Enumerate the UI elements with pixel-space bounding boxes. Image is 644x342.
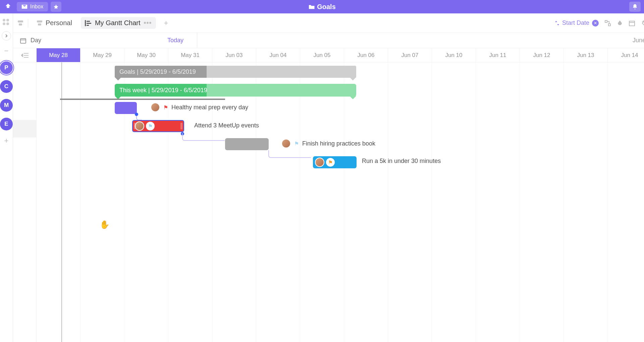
svg-rect-1 xyxy=(87,21,90,22)
inbox-button[interactable]: Inbox xyxy=(17,2,48,11)
add-view-button[interactable]: + xyxy=(161,17,172,29)
left-sidebar: − P C M E + xyxy=(0,13,13,342)
grid-icon xyxy=(3,19,10,25)
view-options-button[interactable]: ••• xyxy=(144,19,152,27)
task-label-4[interactable]: Run a 5k in under 30 minutes xyxy=(362,158,441,165)
dates-row: May 28 May 29 May 30 May 31 Jun 03 Jun 0… xyxy=(13,48,644,62)
resize-handle-left[interactable] xyxy=(134,123,136,129)
expand-sidebar-button[interactable] xyxy=(2,31,11,41)
summary-bar-thisweek[interactable]: This week | 5/29/2019 - 6/5/2019 xyxy=(115,84,356,97)
sort-startdate-label: Start Date xyxy=(562,19,589,26)
today-marker xyxy=(61,62,62,342)
task-text: Run a 5k in under 30 minutes xyxy=(362,158,441,165)
svg-rect-2 xyxy=(87,23,91,24)
summary-label: This week | 5/29/2019 - 6/5/2019 xyxy=(119,87,207,94)
clear-sort-button[interactable]: ✕ xyxy=(592,20,599,26)
svg-rect-3 xyxy=(87,25,89,26)
top-bar: Inbox Goals xyxy=(0,0,644,13)
sort-startdate[interactable]: Start Date ✕ xyxy=(555,19,599,26)
gantt-icon xyxy=(85,20,92,26)
dependency-line xyxy=(181,131,231,145)
dependency-handle[interactable] xyxy=(135,113,138,116)
flag-badge: ⚑ xyxy=(326,158,335,167)
month-label: June xyxy=(633,37,644,44)
svg-rect-7 xyxy=(20,39,26,43)
date-col[interactable]: Jun 04 xyxy=(256,48,300,62)
timescale-bar: Day Today June xyxy=(13,33,644,48)
date-col[interactable]: Jun 12 xyxy=(520,48,564,62)
date-col[interactable]: Jun 13 xyxy=(564,48,608,62)
page-title-text: Goals xyxy=(317,3,336,11)
calendar-button[interactable] xyxy=(629,20,635,26)
space-c[interactable]: C xyxy=(0,80,13,93)
task-label-2[interactable]: Attend 3 MeetUp events xyxy=(194,122,259,129)
date-col[interactable]: Jun 10 xyxy=(432,48,476,62)
space-p[interactable]: P xyxy=(0,61,13,74)
task-text: Attend 3 MeetUp events xyxy=(194,122,259,129)
view-personal[interactable]: Personal xyxy=(33,17,76,29)
view-personal-label: Personal xyxy=(46,19,72,27)
inbox-label: Inbox xyxy=(30,4,43,10)
avatar xyxy=(315,158,324,167)
date-col[interactable]: Jun 14 xyxy=(608,48,644,62)
date-col[interactable]: Jun 06 xyxy=(344,48,388,62)
view-gantt-label: My Gantt Chart xyxy=(95,19,141,27)
avatar xyxy=(151,103,160,112)
date-col[interactable]: May 29 xyxy=(80,48,124,62)
task-label-1[interactable]: ⚑ Healthy meal prep every day xyxy=(151,103,248,112)
task-label-3[interactable]: ⚑ Finish hiring practices book xyxy=(281,139,375,148)
summary-bar-goals[interactable]: Goals | 5/29/2019 - 6/5/2019 xyxy=(115,66,356,78)
list-icon xyxy=(37,20,42,25)
svg-rect-6 xyxy=(629,21,635,26)
row-highlight xyxy=(13,120,36,137)
chevron-right-icon xyxy=(5,34,8,38)
svg-rect-4 xyxy=(605,20,607,22)
resize-handle-right[interactable] xyxy=(180,123,182,129)
star-icon xyxy=(53,4,59,9)
divider xyxy=(28,19,28,27)
dependency-line xyxy=(268,150,318,163)
task-bar-3[interactable] xyxy=(225,138,269,150)
space-m[interactable]: M xyxy=(0,99,13,112)
date-col[interactable]: May 30 xyxy=(124,48,168,62)
collapse-button[interactable]: − xyxy=(4,47,9,55)
svg-rect-0 xyxy=(85,20,86,26)
favorites-button[interactable] xyxy=(51,2,61,12)
notifications-button[interactable] xyxy=(629,2,641,12)
bell-icon xyxy=(632,4,638,10)
space-e[interactable]: E xyxy=(0,118,13,130)
flag-icon: ⚑ xyxy=(294,140,299,147)
indent-icon[interactable] xyxy=(13,48,37,62)
task-bar-2[interactable]: ⚑ xyxy=(132,120,184,132)
page-title: Goals xyxy=(308,3,336,11)
date-col[interactable]: Jun 07 xyxy=(388,48,432,62)
flag-icon: ⚑ xyxy=(163,104,168,111)
inbox-icon xyxy=(21,4,28,9)
avatar xyxy=(135,121,144,131)
gantt-chart[interactable]: Goals | 5/29/2019 - 6/5/2019 This week |… xyxy=(13,62,644,342)
view-gantt[interactable]: My Gantt Chart ••• xyxy=(81,17,156,29)
date-col[interactable]: May 28 xyxy=(37,48,80,62)
list-layout-icon[interactable] xyxy=(18,20,23,25)
date-col[interactable]: Jun 11 xyxy=(476,48,520,62)
today-button[interactable]: Today xyxy=(167,37,183,44)
divider xyxy=(197,33,197,48)
date-col[interactable]: May 31 xyxy=(168,48,212,62)
grid xyxy=(13,62,644,342)
task-bar-1[interactable] xyxy=(115,102,137,114)
folder-icon xyxy=(308,4,315,10)
calendar-icon xyxy=(20,37,26,44)
task-text: Finish hiring practices book xyxy=(302,140,375,147)
sort-icon xyxy=(555,20,559,26)
add-space-button[interactable]: + xyxy=(4,136,9,145)
settings-button[interactable] xyxy=(641,20,644,26)
timescale-label[interactable]: Day xyxy=(31,37,41,44)
app-logo[interactable] xyxy=(3,2,13,11)
avatar xyxy=(281,139,291,148)
date-col[interactable]: Jun 05 xyxy=(300,48,344,62)
hierarchy-button[interactable] xyxy=(605,20,611,26)
color-button[interactable] xyxy=(617,20,623,26)
task-bar-4[interactable]: ⚑ xyxy=(313,156,357,168)
view-bar: Personal My Gantt Chart ••• + Start Date… xyxy=(13,13,644,33)
date-col[interactable]: Jun 03 xyxy=(212,48,256,62)
